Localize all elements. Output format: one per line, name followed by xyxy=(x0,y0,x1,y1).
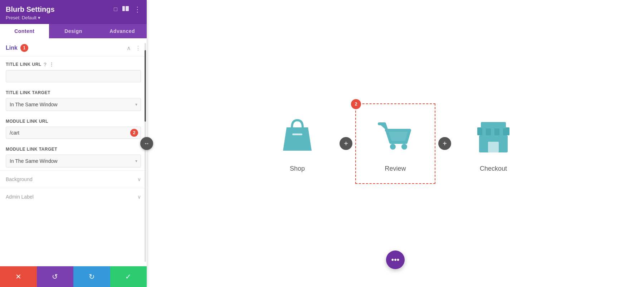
cancel-button[interactable]: ✕ xyxy=(0,266,37,287)
blurb-item-review[interactable]: 2 Review xyxy=(355,103,435,184)
cancel-icon: ✕ xyxy=(15,272,21,281)
module-link-url-label: Module Link URL xyxy=(6,119,141,124)
right-canvas: Shop + 2 Review + xyxy=(147,0,644,287)
svg-rect-0 xyxy=(122,6,125,11)
svg-point-4 xyxy=(401,144,407,150)
panel-content: Link 1 ∧ ⋮ Title Link URL ? ⋮ Title Link… xyxy=(0,38,147,287)
preset-label: Preset: Default xyxy=(6,15,36,20)
preset-arrow: ▾ xyxy=(38,15,40,20)
svg-rect-1 xyxy=(126,6,129,11)
title-link-target-label: Title Link Target xyxy=(6,90,141,95)
scroll-thumb xyxy=(145,50,146,122)
add-blurb-button-2[interactable]: + xyxy=(438,137,451,150)
blurb-item-shop[interactable]: Shop xyxy=(258,104,337,183)
svg-rect-8 xyxy=(494,127,499,135)
section-controls: ∧ ⋮ xyxy=(127,45,141,52)
help-icon[interactable]: ? xyxy=(44,62,47,67)
svg-rect-9 xyxy=(503,127,509,135)
shop-label: Shop xyxy=(290,165,305,172)
title-link-target-select[interactable]: In The Same Window In A New Tab xyxy=(6,98,141,111)
module-link-url-group: Module Link URL 2 xyxy=(0,114,147,142)
admin-label-text: Admin Label xyxy=(6,194,34,200)
add-blurb-button-1[interactable]: + xyxy=(340,137,352,150)
undo-button[interactable]: ↺ xyxy=(37,266,74,287)
section-more-icon[interactable]: ⋮ xyxy=(135,45,141,52)
module-link-target-label: Module Link Target xyxy=(6,147,141,152)
panel-preset[interactable]: Preset: Default ▾ xyxy=(6,15,141,20)
columns-icon[interactable] xyxy=(122,6,129,13)
save-button[interactable]: ✓ xyxy=(110,266,147,287)
svg-rect-6 xyxy=(477,127,482,135)
shop-icon xyxy=(276,115,319,158)
module-link-target-select[interactable]: In The Same Window In A New Tab xyxy=(6,155,141,167)
link-section-header: Link 1 ∧ ⋮ xyxy=(0,38,147,57)
title-link-url-label: Title Link URL ? ⋮ xyxy=(6,62,141,67)
title-link-url-input[interactable] xyxy=(6,70,141,82)
module-link-url-input-wrap: 2 xyxy=(6,127,141,139)
review-label: Review xyxy=(385,165,406,172)
module-link-url-input[interactable] xyxy=(6,127,141,139)
save-icon: ✓ xyxy=(125,272,131,281)
link-badge: 1 xyxy=(20,44,28,52)
title-link-target-group: Title Link Target In The Same Window In … xyxy=(0,85,147,114)
canvas-content: Shop + 2 Review + xyxy=(236,89,554,198)
svg-point-3 xyxy=(390,144,396,150)
redo-icon: ↻ xyxy=(89,272,95,281)
link-section-title: Link 1 xyxy=(6,44,28,52)
link-label: Link xyxy=(6,45,18,51)
tab-design[interactable]: Design xyxy=(49,24,98,38)
panel-header-icons: □ ⋮ xyxy=(114,5,141,14)
tab-advanced[interactable]: Advanced xyxy=(98,24,147,38)
admin-label-section[interactable]: Admin Label ∨ xyxy=(0,188,147,205)
review-badge: 2 xyxy=(351,99,361,109)
drag-handle[interactable]: ↔ xyxy=(140,137,153,150)
scroll-track xyxy=(145,43,146,262)
redo-button[interactable]: ↻ xyxy=(73,266,110,287)
svg-rect-12 xyxy=(488,142,499,152)
background-section[interactable]: Background ∨ xyxy=(0,170,147,188)
panel-header: Blurb Settings □ ⋮ Preset: Default ▾ xyxy=(0,0,147,24)
float-action-button[interactable]: ••• xyxy=(386,250,405,269)
more-icon[interactable]: ⋮ xyxy=(134,5,141,14)
svg-rect-2 xyxy=(292,133,302,135)
undo-icon: ↺ xyxy=(52,272,58,281)
background-label: Background xyxy=(6,176,33,182)
scroll-divider xyxy=(144,43,147,262)
panel-tabs: Content Design Advanced xyxy=(0,24,147,38)
panel-header-top: Blurb Settings □ ⋮ xyxy=(6,5,141,14)
admin-label-chevron-icon: ∨ xyxy=(137,194,141,200)
module-link-target-group: Module Link Target In The Same Window In… xyxy=(0,142,147,170)
panel-toolbar: ✕ ↺ ↻ ✓ xyxy=(0,266,147,287)
title-link-target-select-wrap: In The Same Window In A New Tab ▾ xyxy=(6,98,141,111)
module-link-target-select-wrap: In The Same Window In A New Tab ▾ xyxy=(6,155,141,167)
module-link-url-badge: 2 xyxy=(130,129,138,137)
float-btn-icon: ••• xyxy=(391,255,399,264)
svg-rect-10 xyxy=(481,122,506,128)
title-link-url-group: Title Link URL ? ⋮ xyxy=(0,57,147,85)
blurb-item-checkout[interactable]: Checkout xyxy=(454,104,533,183)
resize-icon[interactable]: □ xyxy=(114,6,117,13)
left-panel: Blurb Settings □ ⋮ Preset: Default ▾ Con… xyxy=(0,0,147,287)
svg-rect-7 xyxy=(486,127,491,135)
checkout-icon xyxy=(472,115,515,158)
tab-content[interactable]: Content xyxy=(0,24,49,38)
background-chevron-icon: ∨ xyxy=(137,176,141,182)
section-collapse-icon[interactable]: ∧ xyxy=(127,45,131,52)
checkout-label: Checkout xyxy=(480,165,507,172)
review-icon xyxy=(374,115,417,158)
panel-title: Blurb Settings xyxy=(6,5,55,14)
field-more-icon[interactable]: ⋮ xyxy=(49,62,54,67)
